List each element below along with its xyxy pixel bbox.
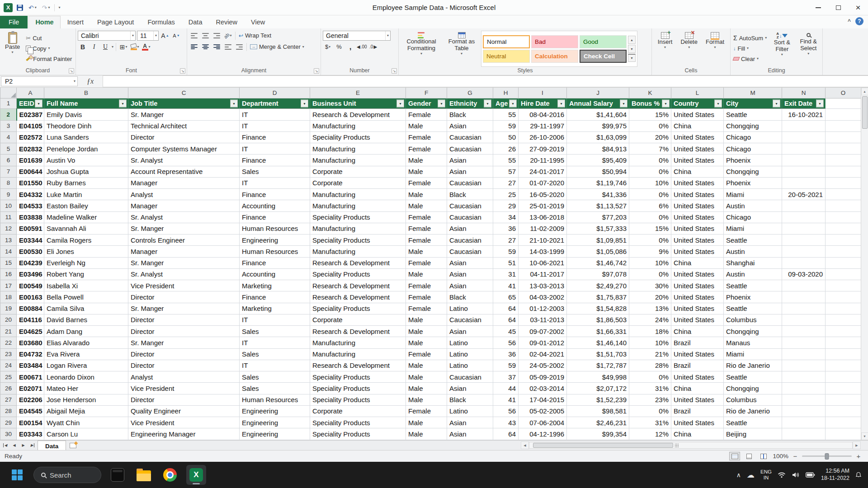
cell-style-checkcell[interactable]: Check Cell: [580, 50, 627, 63]
cell[interactable]: Miami: [724, 189, 782, 200]
cell[interactable]: Female: [406, 303, 447, 314]
cell[interactable]: E00163: [17, 291, 44, 303]
cell-style-normal[interactable]: Normal: [483, 35, 530, 48]
cell[interactable]: Asian: [447, 280, 493, 291]
cell[interactable]: E04625: [17, 326, 44, 337]
filter-button[interactable]: ▾: [438, 99, 445, 107]
cell[interactable]: [782, 177, 826, 188]
format-painter-button[interactable]: Format Painter: [25, 54, 73, 64]
cell[interactable]: Brazil: [671, 360, 724, 371]
cell[interactable]: $1,05,086: [567, 246, 629, 257]
cell[interactable]: E00530: [17, 246, 44, 257]
taskbar-clock[interactable]: 12:56 AM 18-11-2022: [821, 468, 849, 482]
row-number-26[interactable]: 26: [0, 383, 17, 394]
row-number-13[interactable]: 13: [0, 235, 17, 246]
notification-bell-icon[interactable]: [855, 472, 862, 478]
collapse-ribbon-button[interactable]: ^: [848, 18, 851, 24]
cell[interactable]: Austin: [724, 268, 782, 280]
cell[interactable]: $99,354: [567, 428, 629, 440]
cell[interactable]: $1,75,837: [567, 291, 629, 303]
cell[interactable]: [782, 326, 826, 337]
taskbar-app-explorer[interactable]: [134, 465, 154, 485]
cell[interactable]: Seattle: [724, 303, 782, 314]
cell[interactable]: Male: [406, 268, 447, 280]
filter-button[interactable]: ▾: [484, 99, 491, 107]
cell[interactable]: Asian: [447, 326, 493, 337]
cell[interactable]: Austin Vo: [44, 155, 128, 166]
cell[interactable]: Sales: [240, 383, 310, 394]
cell[interactable]: 41: [493, 280, 519, 291]
cell[interactable]: Caucasian: [447, 371, 493, 383]
cell[interactable]: [782, 405, 826, 417]
row-number-24[interactable]: 24: [0, 360, 17, 371]
cell[interactable]: Luke Martin: [44, 189, 128, 200]
cell[interactable]: $50,994: [567, 166, 629, 177]
cell[interactable]: Eli Jones: [44, 246, 128, 257]
align-center-button[interactable]: [200, 42, 210, 52]
cell[interactable]: 25: [493, 189, 519, 200]
cell[interactable]: Human Resources: [240, 223, 310, 234]
row-number-20[interactable]: 20: [0, 314, 17, 325]
cell[interactable]: Penelope Jordan: [44, 143, 128, 155]
format-cells-button[interactable]: Format ▾: [703, 30, 727, 67]
cell[interactable]: E02387: [17, 109, 44, 120]
cell[interactable]: Manufacturing: [310, 200, 406, 211]
bottom-align-button[interactable]: [212, 31, 222, 41]
cell[interactable]: 0%: [629, 189, 671, 200]
cell[interactable]: 20-11-1995: [519, 155, 567, 166]
cell[interactable]: Sales: [240, 348, 310, 360]
cell[interactable]: 20%: [629, 131, 671, 143]
language-indicator[interactable]: ENG IN: [760, 469, 772, 481]
cell[interactable]: Male: [406, 383, 447, 394]
cell[interactable]: 0%: [629, 371, 671, 383]
column-header-H[interactable]: H: [493, 88, 519, 98]
cell[interactable]: United States: [671, 280, 724, 291]
cell[interactable]: Seattle: [724, 417, 782, 428]
cell[interactable]: 24-01-2017: [519, 166, 567, 177]
cell[interactable]: Chicago: [724, 131, 782, 143]
cell[interactable]: Manager: [128, 246, 240, 257]
cell[interactable]: Research & Development: [310, 280, 406, 291]
cell[interactable]: 45: [493, 326, 519, 337]
cell[interactable]: [826, 291, 861, 303]
cell[interactable]: 04-03-2002: [519, 291, 567, 303]
cell[interactable]: $97,078: [567, 268, 629, 280]
cell[interactable]: [782, 348, 826, 360]
cell[interactable]: $1,66,331: [567, 326, 629, 337]
cell[interactable]: Manaus: [724, 337, 782, 348]
cell[interactable]: $1,54,828: [567, 303, 629, 314]
accounting-format-button[interactable]: $▾: [323, 42, 333, 52]
cell[interactable]: 24-05-2002: [519, 360, 567, 371]
cell[interactable]: Manufacturing: [310, 337, 406, 348]
cell[interactable]: 0%: [629, 120, 671, 131]
cell[interactable]: [826, 383, 861, 394]
cell[interactable]: Director: [128, 314, 240, 325]
cell[interactable]: $41,336: [567, 189, 629, 200]
row-number-10[interactable]: 10: [0, 200, 17, 211]
number-format-select[interactable]: General▾: [323, 31, 391, 41]
cell[interactable]: [826, 177, 861, 188]
header-cell[interactable]: Department▾: [240, 98, 310, 109]
cell[interactable]: 27: [493, 177, 519, 188]
header-cell[interactable]: Gender▾: [406, 98, 447, 109]
cell[interactable]: [826, 223, 861, 234]
cell[interactable]: Madeline Walker: [44, 211, 128, 223]
cell[interactable]: 57: [493, 166, 519, 177]
column-header-A[interactable]: A: [17, 88, 44, 98]
font-name-select[interactable]: Calibri▾: [78, 31, 136, 41]
dialog-launcher-icon[interactable]: ↘: [392, 68, 397, 74]
cell[interactable]: IT: [240, 337, 310, 348]
cell[interactable]: 03-11-2013: [519, 314, 567, 325]
cell[interactable]: 56: [493, 405, 519, 417]
cell[interactable]: 10%: [629, 257, 671, 268]
cell[interactable]: 34: [493, 211, 519, 223]
row-number-11[interactable]: 11: [0, 211, 17, 223]
cell[interactable]: E03496: [17, 268, 44, 280]
cell[interactable]: [782, 120, 826, 131]
column-header-I[interactable]: I: [519, 88, 567, 98]
column-header-J[interactable]: J: [567, 88, 629, 98]
cell[interactable]: Abigail Mejia: [44, 405, 128, 417]
cell[interactable]: Female: [406, 235, 447, 246]
cell[interactable]: Director: [128, 326, 240, 337]
cell[interactable]: Austin: [724, 200, 782, 211]
